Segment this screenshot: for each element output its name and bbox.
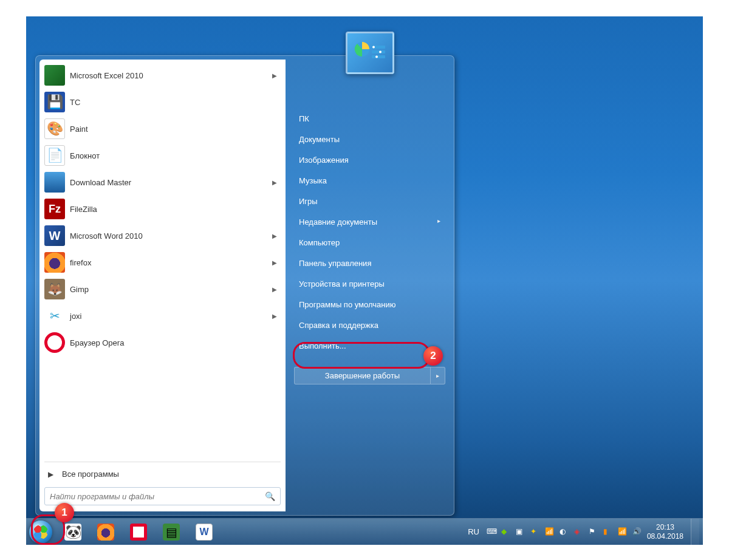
submenu-arrow-icon: ▶ xyxy=(272,259,277,266)
program-icon xyxy=(44,92,65,112)
tray-icon[interactable]: ▣ xyxy=(516,527,525,537)
shutdown-row: Завершение работы ▸ xyxy=(294,367,445,384)
program-label: TC xyxy=(70,98,281,107)
start-right-item[interactable]: Выполнить... xyxy=(290,336,449,356)
submenu-arrow-icon: ▶ xyxy=(272,233,277,239)
program-icon xyxy=(44,65,65,86)
program-icon xyxy=(44,225,65,246)
start-right-item[interactable]: Справка и поддержка xyxy=(290,315,449,335)
taskbar-app-icon xyxy=(163,524,180,541)
program-icon xyxy=(44,332,65,353)
start-right-item[interactable]: Недавние документы xyxy=(290,212,449,232)
svg-point-5 xyxy=(379,51,382,53)
start-left-column: Microsoft Excel 2010▶TCPaintБлокнотDownl… xyxy=(39,60,286,511)
search-box[interactable]: 🔍 xyxy=(44,487,281,505)
keyboard-icon[interactable]: ⌨ xyxy=(487,527,496,537)
submenu-arrow-icon: ▶ xyxy=(272,179,277,186)
taskbar-button[interactable] xyxy=(91,521,121,543)
search-input[interactable] xyxy=(50,492,265,501)
program-item[interactable]: Gimp▶ xyxy=(41,276,284,302)
start-right-item[interactable]: Документы xyxy=(290,129,449,149)
program-icon xyxy=(44,279,65,299)
action-center-icon[interactable]: ⚑ xyxy=(589,527,598,537)
show-desktop-button[interactable] xyxy=(691,519,699,545)
start-right-item[interactable]: Компьютер xyxy=(290,233,449,253)
network-icon[interactable]: 📶 xyxy=(618,527,628,537)
search-icon[interactable]: 🔍 xyxy=(265,491,275,501)
program-item[interactable]: FileZilla xyxy=(41,196,284,222)
volume-icon[interactable]: 🔊 xyxy=(632,527,642,537)
program-icon xyxy=(44,306,65,326)
program-label: Gimp xyxy=(70,285,272,294)
start-menu: Microsoft Excel 2010▶TCPaintБлокнотDownl… xyxy=(35,55,454,516)
program-label: Браузер Opera xyxy=(70,338,281,347)
clock-time: 20:13 xyxy=(647,523,683,531)
program-list: Microsoft Excel 2010▶TCPaintБлокнотDownl… xyxy=(39,60,286,459)
program-icon xyxy=(44,145,65,166)
program-item[interactable]: Download Master▶ xyxy=(41,169,284,196)
language-indicator[interactable]: RU xyxy=(465,527,482,536)
program-item[interactable]: Браузер Opera xyxy=(41,329,284,356)
tray-icon[interactable]: ✦ xyxy=(530,527,540,537)
shutdown-options-button[interactable]: ▸ xyxy=(431,367,445,384)
windows-orb-icon xyxy=(29,521,52,544)
tray-icon[interactable]: ◈ xyxy=(574,527,584,537)
start-right-item[interactable]: ПК xyxy=(290,109,449,129)
user-picture-control-panel-icon xyxy=(346,32,394,74)
program-item[interactable]: Microsoft Word 2010▶ xyxy=(41,222,284,249)
svg-rect-3 xyxy=(372,55,385,58)
taskbar: W RU ⌨ ◆ ▣ ✦ 📶 ◐ ◈ ⚑ ▮ 📶 🔊 20:13 08.04.2… xyxy=(26,518,703,545)
program-icon xyxy=(44,172,65,193)
program-item[interactable]: TC xyxy=(41,89,284,115)
program-label: FileZilla xyxy=(70,205,281,214)
start-right-item[interactable]: Устройства и принтеры xyxy=(290,274,449,294)
program-label: Microsoft Excel 2010 xyxy=(70,71,272,80)
submenu-arrow-icon: ▶ xyxy=(272,286,277,293)
taskbar-button[interactable] xyxy=(123,521,154,543)
start-right-column: ПКДокументыИзображенияМузыкаИгрыНедавние… xyxy=(286,56,454,515)
program-item[interactable]: Paint xyxy=(41,115,284,142)
start-right-item[interactable]: Программы по умолчанию xyxy=(290,295,449,315)
tray-icon[interactable]: ▮ xyxy=(603,527,613,537)
program-icon xyxy=(44,252,65,273)
shutdown-button[interactable]: Завершение работы xyxy=(294,367,431,384)
taskbar-app-icon xyxy=(64,524,81,541)
taskbar-app-icon xyxy=(97,524,114,541)
program-label: firefox xyxy=(70,258,272,267)
program-label: joxi xyxy=(70,312,272,321)
taskbar-button[interactable] xyxy=(156,521,187,543)
tray-icon[interactable]: ◆ xyxy=(501,527,511,537)
clock[interactable]: 20:13 08.04.2018 xyxy=(647,523,686,541)
network-icon[interactable]: 📶 xyxy=(545,527,555,537)
program-icon xyxy=(44,199,65,219)
taskbar-pinned: W xyxy=(55,521,222,543)
taskbar-app-icon xyxy=(130,524,147,541)
start-right-item[interactable]: Панель управления xyxy=(290,253,449,273)
program-item[interactable]: Блокнот xyxy=(41,142,284,169)
taskbar-app-icon: W xyxy=(196,524,213,541)
all-programs[interactable]: ▶ Все программы xyxy=(39,465,286,483)
submenu-arrow-icon: ▶ xyxy=(272,72,277,79)
program-item[interactable]: Microsoft Excel 2010▶ xyxy=(41,62,284,89)
submenu-arrow-icon: ▶ xyxy=(272,313,277,319)
all-programs-label: Все программы xyxy=(62,470,119,479)
start-right-item[interactable]: Музыка xyxy=(290,171,449,191)
program-label: Paint xyxy=(70,125,281,134)
desktop: Microsoft Excel 2010▶TCPaintБлокнотDownl… xyxy=(26,16,703,545)
program-item[interactable]: firefox▶ xyxy=(41,249,284,276)
program-item[interactable]: joxi▶ xyxy=(41,302,284,329)
svg-rect-2 xyxy=(372,50,385,53)
clock-date: 08.04.2018 xyxy=(647,532,683,541)
taskbar-button[interactable] xyxy=(58,521,88,543)
start-right-item[interactable]: Изображения xyxy=(290,150,449,170)
program-icon xyxy=(44,118,65,139)
system-tray: RU ⌨ ◆ ▣ ✦ 📶 ◐ ◈ ⚑ ▮ 📶 🔊 20:13 08.04.201… xyxy=(465,519,703,545)
svg-point-4 xyxy=(372,46,375,49)
taskbar-button[interactable]: W xyxy=(189,521,219,543)
arrow-right-icon: ▶ xyxy=(48,470,53,479)
start-button[interactable] xyxy=(26,519,55,545)
start-right-item[interactable]: Игры xyxy=(290,191,449,211)
program-label: Download Master xyxy=(70,178,272,187)
svg-point-6 xyxy=(375,56,378,58)
tray-icon[interactable]: ◐ xyxy=(560,527,569,537)
